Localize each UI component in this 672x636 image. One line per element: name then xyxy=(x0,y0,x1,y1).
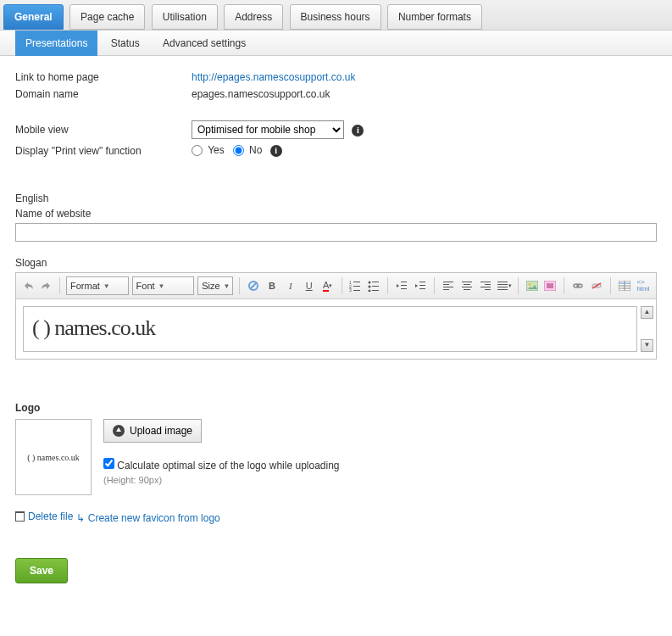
tab-page-cache[interactable]: Page cache xyxy=(69,4,145,30)
svg-point-10 xyxy=(369,286,371,288)
html-source-icon[interactable]: <>html xyxy=(636,278,651,293)
font-select[interactable]: Font▼ xyxy=(132,276,195,295)
align-center-icon[interactable] xyxy=(459,278,475,293)
svg-rect-7 xyxy=(353,290,360,291)
svg-rect-17 xyxy=(419,282,425,282)
print-view-yes[interactable]: Yes xyxy=(192,144,225,156)
align-justify-icon[interactable]: ▾ xyxy=(497,278,512,293)
domain-name-label: Domain name xyxy=(15,88,192,100)
svg-rect-20 xyxy=(443,282,453,282)
name-of-website-input[interactable] xyxy=(15,223,657,242)
svg-rect-23 xyxy=(443,289,449,290)
subtab-status[interactable]: Status xyxy=(101,31,150,56)
svg-rect-16 xyxy=(401,288,407,289)
align-right-icon[interactable] xyxy=(478,278,493,293)
outdent-icon[interactable] xyxy=(394,278,409,293)
svg-text:3: 3 xyxy=(349,287,352,292)
svg-rect-15 xyxy=(401,285,407,286)
save-button[interactable]: Save xyxy=(15,558,68,583)
editor-toolbar: Format▼ Font▼ Size▼ B I U A▾ 123 ▾ xyxy=(16,273,656,299)
text-color-icon[interactable]: A▾ xyxy=(320,278,336,293)
secondary-tabbar: Presentations Status Advanced settings xyxy=(0,31,672,56)
rich-text-editor: Format▼ Font▼ Size▼ B I U A▾ 123 ▾ xyxy=(15,272,657,360)
redo-icon[interactable] xyxy=(38,278,53,293)
insert-image-icon[interactable] xyxy=(525,278,540,293)
reload-icon: ↳ xyxy=(76,512,85,524)
bold-icon[interactable]: B xyxy=(264,278,280,293)
calc-size-checkbox-label[interactable]: Calculate optimal size of the logo while… xyxy=(103,460,340,471)
svg-point-41 xyxy=(577,284,582,287)
subtab-presentations[interactable]: Presentations xyxy=(15,31,97,56)
svg-rect-24 xyxy=(462,282,472,282)
editor-scrollbar[interactable]: ▲ ▼ xyxy=(641,299,656,359)
tab-business-hours[interactable]: Business hours xyxy=(290,4,381,30)
logo-preview: ( ) names.co.uk xyxy=(15,419,92,495)
delete-file-link[interactable]: Delete file xyxy=(15,510,73,522)
unordered-list-icon[interactable] xyxy=(366,278,381,293)
name-of-website-label: Name of website xyxy=(15,208,657,220)
insert-table-icon[interactable] xyxy=(617,278,632,293)
insert-gadget-icon[interactable] xyxy=(543,278,558,293)
size-select[interactable]: Size▼ xyxy=(197,276,233,295)
upload-image-button[interactable]: Upload image xyxy=(103,419,202,443)
home-page-link[interactable]: http://epages.namescosupport.co.uk xyxy=(192,71,355,83)
tab-number-formats[interactable]: Number formats xyxy=(387,4,482,30)
info-icon[interactable]: i xyxy=(352,125,364,137)
slogan-label: Slogan xyxy=(15,257,657,269)
tab-general[interactable]: General xyxy=(3,4,64,30)
svg-rect-32 xyxy=(497,282,508,282)
clear-formatting-icon[interactable] xyxy=(246,278,261,293)
svg-rect-31 xyxy=(485,289,491,290)
indent-icon[interactable] xyxy=(413,278,428,293)
svg-rect-35 xyxy=(497,289,508,290)
scroll-down-icon[interactable]: ▼ xyxy=(641,339,653,352)
editor-content[interactable]: ( ) names.co.uk xyxy=(23,306,637,352)
scroll-up-icon[interactable]: ▲ xyxy=(641,306,653,319)
mobile-view-select[interactable]: Optimised for mobile shop xyxy=(192,120,344,139)
trash-icon xyxy=(15,511,25,522)
svg-rect-18 xyxy=(419,285,425,286)
svg-point-8 xyxy=(369,282,371,284)
svg-rect-14 xyxy=(401,282,407,282)
svg-rect-27 xyxy=(464,289,470,290)
svg-line-1 xyxy=(250,282,257,289)
underline-icon[interactable]: U xyxy=(302,278,317,293)
svg-rect-33 xyxy=(497,284,508,285)
print-view-no[interactable]: No xyxy=(233,144,263,156)
mobile-view-label: Mobile view xyxy=(15,124,192,136)
svg-rect-13 xyxy=(372,290,379,291)
subtab-advanced-settings[interactable]: Advanced settings xyxy=(153,31,256,56)
svg-rect-21 xyxy=(443,284,449,285)
svg-rect-19 xyxy=(419,288,425,289)
tab-address[interactable]: Address xyxy=(224,4,283,30)
height-hint: (Height: 90px) xyxy=(103,475,340,485)
info-icon[interactable]: i xyxy=(270,145,282,157)
svg-rect-30 xyxy=(480,287,491,287)
align-left-icon[interactable] xyxy=(441,278,456,293)
create-favicon-link[interactable]: ↳ Create new favicon from logo xyxy=(76,512,220,524)
svg-rect-9 xyxy=(372,282,379,282)
svg-rect-29 xyxy=(485,284,491,285)
language-label: English xyxy=(15,192,657,204)
svg-rect-36 xyxy=(526,281,538,291)
undo-icon[interactable] xyxy=(21,278,36,293)
insert-link-icon[interactable] xyxy=(570,278,586,293)
svg-rect-3 xyxy=(353,282,360,282)
format-select[interactable]: Format▼ xyxy=(66,276,129,295)
svg-rect-26 xyxy=(462,287,472,287)
svg-rect-34 xyxy=(497,287,508,287)
svg-point-37 xyxy=(528,283,530,286)
svg-rect-28 xyxy=(480,282,491,282)
svg-rect-11 xyxy=(372,286,379,287)
svg-rect-39 xyxy=(547,283,553,288)
calc-size-checkbox[interactable] xyxy=(103,458,114,469)
svg-rect-25 xyxy=(464,284,470,285)
primary-tabbar: General Page cache Utilisation Address B… xyxy=(0,0,672,31)
upload-icon xyxy=(113,425,125,437)
svg-rect-5 xyxy=(353,286,360,287)
ordered-list-icon[interactable]: 123 xyxy=(348,278,364,293)
tab-utilisation[interactable]: Utilisation xyxy=(152,4,218,30)
italic-icon[interactable]: I xyxy=(283,278,298,293)
remove-link-icon[interactable] xyxy=(589,278,604,293)
content-area: Link to home page http://epages.namescos… xyxy=(0,56,672,609)
